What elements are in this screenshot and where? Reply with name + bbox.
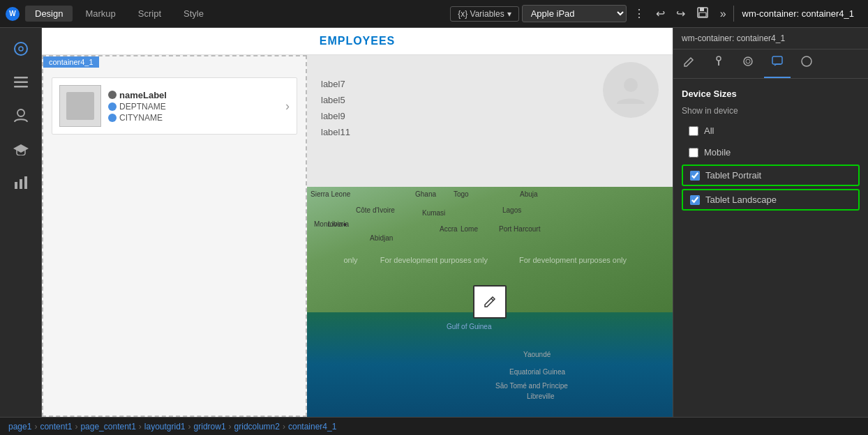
expand-button[interactable]: » [716, 5, 731, 23]
checkbox-all[interactable] [689, 126, 698, 136]
yaound-label: Yaoundé [523, 351, 551, 358]
breadcrumb-bar: page1 › content1 › page_content1 › layou… [0, 417, 868, 435]
canvas-right-panel: label7 label5 label9 label11 [307, 55, 673, 417]
svg-rect-5 [14, 77, 28, 79]
checkbox-tablet-landscape[interactable] [690, 195, 700, 205]
checkbox-mobile[interactable] [689, 148, 698, 158]
canvas-area: EMPLOYEES container4_1 nameLabel [42, 28, 673, 417]
list-arrow-icon[interactable]: › [285, 99, 290, 114]
redo-button[interactable]: ↪ [672, 4, 689, 23]
map-edit-button[interactable] [473, 285, 507, 319]
more-options-button[interactable]: ⋮ [629, 4, 649, 23]
dept-label-row: DEPTNAME [108, 102, 278, 112]
dev-text-only: only [343, 256, 357, 264]
top-toolbar: W Design Markup Script Style {x} Variabl… [0, 0, 868, 28]
city-label-text: CITYNAME [119, 113, 163, 123]
right-panel-content: Device Sizes Show in device All Mobile T… [673, 79, 868, 223]
svg-rect-1 [700, 8, 704, 11]
right-panel-header: wm-container: container4_1 [673, 28, 868, 49]
svg-point-8 [17, 109, 24, 116]
svg-point-16 [746, 59, 750, 63]
variables-label: {x} Variables [458, 9, 504, 19]
sidebar-icon-user[interactable] [7, 102, 35, 130]
dev-text2: For development purposes only [519, 256, 627, 264]
variables-button[interactable]: {x} Variables ▾ [450, 6, 519, 22]
svg-rect-2 [699, 13, 706, 17]
list-card-image [59, 85, 101, 127]
country-label: Sierra Leone [310, 190, 350, 198]
dev-text: For development purposes only [380, 256, 488, 264]
canvas-title: EMPLOYEES [320, 35, 396, 47]
checkbox-label-tablet-landscape: Tablet Landscape [705, 194, 777, 205]
component-title: wm-container: container4_1 [733, 6, 862, 22]
breadcrumb-gridcolumn2[interactable]: gridcolumn2 [234, 422, 280, 432]
svg-point-15 [744, 57, 752, 66]
eq-guinea-label: Equatorial Guinea [509, 368, 565, 376]
svg-rect-10 [15, 182, 17, 189]
checkbox-row-mobile[interactable]: Mobile [682, 143, 860, 162]
markup-tab[interactable]: Markup [75, 6, 125, 22]
sidebar-icon-settings[interactable] [7, 35, 35, 63]
style-tab[interactable]: Style [174, 6, 214, 22]
section-title: Device Sizes [682, 89, 860, 99]
sidebar-icon-hamburger[interactable] [7, 68, 35, 96]
canvas-left-panel: container4_1 nameLabel DEPTNAME [42, 55, 307, 417]
svg-rect-17 [772, 56, 782, 64]
undo-button[interactable]: ↩ [652, 4, 669, 23]
country-label: Togo [454, 190, 469, 198]
breadcrumb-layoutgrid1[interactable]: layoutgrid1 [144, 422, 186, 432]
svg-point-3 [15, 43, 27, 55]
breadcrumb-page-content1[interactable]: page_content1 [80, 422, 135, 432]
avatar-placeholder [603, 62, 659, 118]
checkbox-row-tablet-landscape[interactable]: Tablet Landscape [682, 189, 860, 211]
gulf-label: Gulf of Guinea [447, 323, 491, 330]
svg-rect-11 [20, 179, 22, 189]
checkbox-label-mobile: Mobile [704, 147, 731, 158]
design-tab[interactable]: Design [25, 6, 73, 22]
pencil-tab[interactable] [676, 49, 703, 78]
chat-tab[interactable] [764, 49, 791, 78]
left-sidebar [0, 28, 42, 417]
svg-rect-6 [14, 82, 28, 84]
country-label: Lome [461, 225, 478, 233]
circle-tab[interactable] [793, 49, 820, 78]
canvas-body: container4_1 nameLabel DEPTNAME [42, 55, 673, 417]
script-tab[interactable]: Script [128, 6, 171, 22]
checkbox-label-all: All [704, 125, 714, 136]
sidebar-icon-chart[interactable] [7, 169, 35, 197]
device-selector[interactable]: Apple iPad iPhone Desktop [522, 5, 627, 22]
svg-point-13 [624, 78, 638, 92]
city-label-row: CITYNAME [108, 113, 278, 123]
image-placeholder [66, 92, 94, 120]
list-item: label11 [321, 124, 659, 140]
svg-rect-7 [14, 86, 28, 88]
libreville-label: Libreville [527, 392, 554, 400]
country-label: Port Harcourt [499, 225, 540, 233]
map-water: Gulf of Guinea Yaoundé Equatorial Guinea… [307, 312, 673, 417]
breadcrumb-page1[interactable]: page1 [8, 422, 31, 432]
right-panel-title: wm-container: container4_1 [682, 33, 785, 43]
main-layout: EMPLOYEES container4_1 nameLabel [0, 28, 868, 417]
name-label-row: nameLabel [108, 90, 278, 100]
country-label: Kumasi [422, 209, 445, 217]
save-button[interactable] [692, 3, 713, 24]
brush-tab[interactable] [705, 49, 732, 78]
checkbox-label-tablet-portrait: Tablet Portrait [705, 170, 761, 181]
svg-point-4 [19, 47, 23, 51]
breadcrumb-gridrow1[interactable]: gridrow1 [194, 422, 226, 432]
city-label-icon [108, 114, 117, 122]
breadcrumb-content1[interactable]: content1 [40, 422, 72, 432]
variables-arrow: ▾ [507, 9, 511, 19]
dept-label-icon [108, 102, 117, 111]
list-item: label9 [321, 108, 659, 124]
checkbox-row-all[interactable]: All [682, 121, 860, 140]
country-label: Lagos [502, 206, 521, 214]
sidebar-icon-graduation[interactable] [7, 135, 35, 163]
svg-marker-9 [13, 144, 29, 153]
breadcrumb-container4-1[interactable]: container4_1 [288, 422, 336, 432]
checkbox-tablet-portrait[interactable] [690, 171, 700, 181]
country-label: Accra [440, 225, 458, 233]
magic-tab[interactable] [735, 49, 761, 78]
name-label-text: nameLabel [119, 90, 167, 100]
checkbox-row-tablet-portrait[interactable]: Tablet Portrait [682, 165, 860, 186]
